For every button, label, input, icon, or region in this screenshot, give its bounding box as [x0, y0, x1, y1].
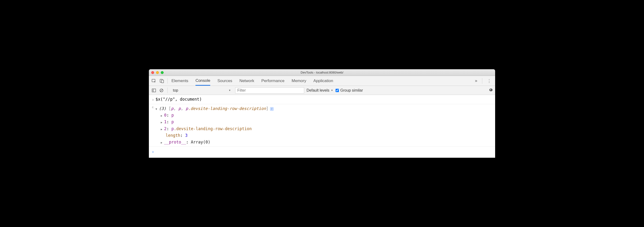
console-result[interactable]: ▼(3) [p, p, p.devsite-landing-row-descri… [156, 105, 493, 145]
tab-performance[interactable]: Performance [261, 77, 284, 85]
log-levels-label: Default levels [306, 88, 329, 93]
group-similar-label: Group similar [340, 88, 363, 93]
log-levels-dropdown[interactable]: Default levels [306, 88, 333, 93]
console-output-row: ▼(3) [p, p, p.devsite-landing-row-descri… [149, 104, 495, 146]
inspect-element-icon[interactable] [151, 78, 156, 84]
prompt-icon: › [150, 148, 156, 155]
entry-tag: p [172, 113, 174, 118]
console-prompt-row[interactable]: › [149, 147, 495, 158]
devtools-menu-icon[interactable]: ⋮ [486, 78, 493, 84]
result-entry[interactable]: ▶2: p.devsite-landing-row-description [161, 125, 493, 132]
window-title: DevTools - localhost:8080/web/ [149, 71, 495, 74]
svg-line-6 [160, 89, 163, 91]
result-entry[interactable]: ▶1: p [161, 118, 493, 125]
entry-index: 0 [164, 113, 166, 118]
output-indicator-icon [150, 105, 156, 145]
clear-console-icon[interactable] [159, 88, 164, 93]
svg-rect-2 [162, 80, 164, 83]
entry-tag: p [172, 126, 174, 131]
filter-input[interactable] [235, 87, 304, 94]
console-input-row: › $x("//p", document) [149, 95, 495, 104]
entry-class: .devsite-landing-row-description [174, 126, 252, 131]
device-toolbar-icon[interactable] [159, 78, 164, 84]
summary-item-tag: p [186, 106, 188, 111]
minimize-window-button[interactable] [156, 71, 159, 74]
tab-console[interactable]: Console [196, 76, 210, 86]
result-entries: ▶0: p▶1: p▶2: p.devsite-landing-row-desc… [156, 112, 493, 132]
tabbar: ElementsConsoleSourcesNetworkPerformance… [149, 76, 495, 86]
expand-triangle-icon[interactable]: ▶ [161, 141, 164, 145]
toggle-console-drawer-icon[interactable] [151, 88, 156, 93]
summary-item-class: .devsite-landing-row-description [188, 106, 266, 111]
group-similar-checkbox[interactable] [336, 89, 339, 92]
more-tabs-button[interactable]: » [474, 78, 479, 83]
divider [168, 88, 168, 93]
tab-memory[interactable]: Memory [292, 77, 306, 85]
devtools-window: DevTools - localhost:8080/web/ ElementsC… [149, 69, 495, 157]
length-property[interactable]: length: 3 [156, 132, 493, 139]
console-command-text: $x("//p", document) [156, 96, 493, 103]
tabs: ElementsConsoleSourcesNetworkPerformance… [172, 76, 474, 85]
expand-triangle-icon[interactable]: ▶ [161, 114, 164, 118]
execution-context-value: top [173, 88, 178, 93]
expand-triangle-icon[interactable]: ▶ [161, 127, 164, 132]
entry-tag: p [172, 119, 174, 124]
tabbar-right: » ⋮ [474, 78, 493, 84]
console-settings-icon[interactable] [488, 88, 493, 93]
tab-application[interactable]: Application [314, 77, 333, 85]
info-badge-icon[interactable]: i [270, 107, 274, 111]
result-summary-line[interactable]: ▼(3) [p, p, p.devsite-landing-row-descri… [156, 105, 493, 112]
divider [482, 78, 482, 84]
tab-sources[interactable]: Sources [217, 77, 232, 85]
tab-network[interactable]: Network [240, 77, 254, 85]
entry-index: 2 [164, 126, 166, 131]
maximize-window-button[interactable] [161, 71, 164, 74]
traffic-lights [151, 71, 164, 74]
titlebar: DevTools - localhost:8080/web/ [149, 69, 495, 76]
result-entry[interactable]: ▶0: p [161, 112, 493, 118]
close-window-button[interactable] [151, 71, 154, 74]
console-toolbar: top Default levels Group similar [149, 86, 495, 95]
console-body: › $x("//p", document) ▼(3) [p, p, p.devs… [149, 95, 495, 157]
summary-item-tag: p [178, 106, 181, 111]
array-length-summary: (3) [159, 106, 166, 111]
input-prompt-icon: › [150, 96, 156, 103]
svg-point-7 [154, 107, 154, 108]
proto-property[interactable]: ▶__proto__: Array(0) [156, 139, 493, 145]
group-similar-toggle[interactable]: Group similar [336, 88, 363, 93]
summary-item-tag: p [171, 106, 173, 111]
expand-triangle-icon[interactable]: ▼ [156, 107, 159, 111]
tabbar-left-icons [151, 78, 168, 84]
execution-context-dropdown[interactable]: top [171, 87, 233, 94]
console-input[interactable] [156, 148, 493, 155]
tab-elements[interactable]: Elements [172, 77, 188, 85]
expand-triangle-icon[interactable]: ▶ [161, 120, 164, 125]
entry-index: 1 [164, 119, 166, 124]
